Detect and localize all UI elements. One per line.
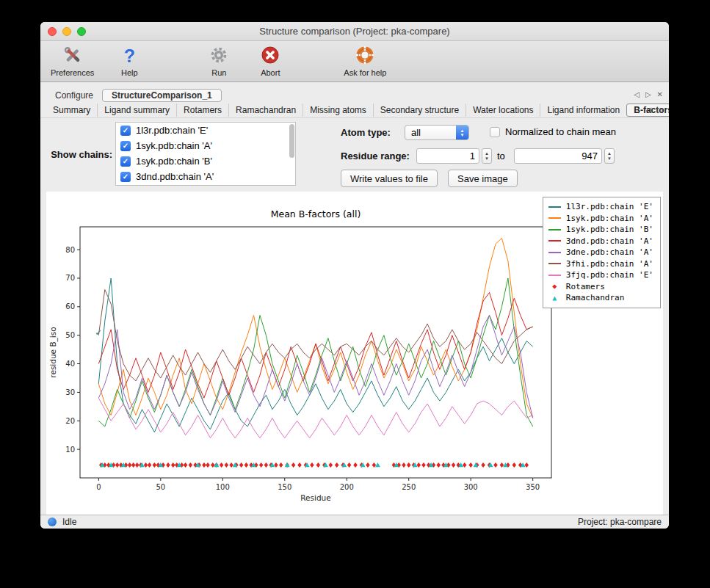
svg-text:350: 350	[526, 483, 540, 491]
chain-checkbox[interactable]: ✓	[120, 141, 131, 151]
help-icon: ?	[124, 44, 135, 68]
tab-structurecomparison-1[interactable]: StructureComparison_1	[102, 89, 222, 102]
svg-text:50: 50	[156, 483, 165, 491]
svg-text:✓: ✓	[95, 327, 102, 338]
legend-label: Ramachandran	[566, 293, 624, 302]
abort-label: Abort	[261, 68, 280, 77]
document-tab-bar: Configure StructureComparison_1 ◁ ▷ ✕	[40, 88, 669, 103]
svg-text:150: 150	[278, 483, 291, 491]
svg-text:residue B_iso: residue B_iso	[48, 327, 58, 377]
legend-line-swatch	[548, 263, 561, 264]
chevron-left-icon[interactable]: ◁	[634, 90, 640, 100]
normalized-label: Normalized to chain mean	[505, 126, 616, 137]
abort-button[interactable]: Abort	[254, 44, 286, 77]
atom-type-dropdown[interactable]: all ▲▼	[405, 125, 469, 140]
residue-to-stepper[interactable]: ▲▼	[604, 148, 615, 164]
atom-type-value: all	[405, 127, 456, 138]
legend-item: 1syk.pdb:chain 'A'	[548, 213, 653, 225]
diamond-marker-icon: ◆	[548, 283, 561, 290]
tab-secondary-structure[interactable]: Secondary structure	[373, 104, 466, 117]
zoom-window-button[interactable]	[77, 27, 86, 36]
life-ring-icon	[354, 44, 376, 68]
status-text: Idle	[62, 517, 578, 527]
abort-icon	[259, 44, 281, 68]
view-tabs-container: SummaryLigand summaryRotamersRamachandra…	[46, 104, 669, 117]
chevron-right-icon[interactable]: ▷	[645, 90, 651, 100]
preferences-button[interactable]: Preferences	[51, 44, 94, 77]
tab-water-locations[interactable]: Water locations	[466, 104, 540, 117]
legend-label: 1l3r.pdb:chain 'E'	[566, 202, 653, 211]
legend-item: 3dne.pdb:chain 'A'	[548, 247, 653, 258]
window-title: Structure comparison (Project: pka-compa…	[40, 22, 669, 41]
svg-text:Mean B-factors (all): Mean B-factors (all)	[271, 208, 361, 219]
legend-label: 1syk.pdb:chain 'A'	[566, 214, 653, 223]
to-label: to	[497, 150, 505, 161]
normalized-checkbox[interactable]	[490, 127, 500, 137]
legend-label: 1syk.pdb:chain 'B'	[566, 225, 653, 234]
svg-text:70: 70	[65, 274, 75, 282]
svg-text:0: 0	[96, 483, 101, 491]
legend-line-swatch	[548, 275, 561, 276]
svg-text:40: 40	[65, 360, 75, 368]
write-values-button[interactable]: Write values to file	[341, 170, 438, 187]
svg-text:10: 10	[65, 446, 75, 454]
residue-from-stepper[interactable]: ▲▼	[482, 148, 492, 164]
show-chains-label: Show chains:	[46, 149, 112, 160]
tab-ligand-summary[interactable]: Ligand summary	[97, 104, 176, 117]
app-window: Structure comparison (Project: pka-compa…	[40, 22, 669, 529]
legend-line-swatch	[548, 229, 561, 231]
close-window-button[interactable]	[48, 27, 57, 36]
legend-item: ◆Rotamers	[548, 281, 653, 293]
chain-label: 3dnd.pdb:chain 'A'	[136, 171, 214, 182]
svg-text:300: 300	[464, 483, 478, 491]
gear-icon	[208, 44, 230, 68]
legend-item: 3dnd.pdb:chain 'A'	[548, 236, 653, 247]
residue-from-input[interactable]	[416, 148, 479, 164]
svg-text:200: 200	[340, 483, 354, 491]
legend-label: Rotamers	[566, 282, 605, 291]
save-image-button[interactable]: Save image	[448, 170, 518, 187]
dropdown-stepper-icon: ▲▼	[456, 126, 468, 139]
normalized-checkbox-row[interactable]: Normalized to chain mean	[490, 126, 616, 137]
legend-line-swatch	[548, 240, 561, 242]
chain-checkbox[interactable]: ✓	[120, 172, 131, 182]
residue-range-label: Residue range:	[341, 150, 410, 161]
chevron-right-icon[interactable]: ▷	[657, 105, 663, 115]
run-button[interactable]: Run	[203, 44, 235, 77]
chevron-left-icon[interactable]: ◁	[646, 105, 652, 115]
status-indicator-icon	[48, 518, 57, 526]
chart-panel: 0501001502002503003501020304050607080Mea…	[46, 192, 663, 516]
list-item[interactable]: ✓1syk.pdb:chain 'B'	[116, 153, 295, 169]
chain-list-items: ✓1l3r.pdb:chain 'E'✓1syk.pdb:chain 'A'✓1…	[116, 123, 295, 184]
minimize-window-button[interactable]	[62, 27, 71, 36]
list-item[interactable]: ✓3dnd.pdb:chain 'A'	[116, 169, 295, 184]
tab-ligand-information[interactable]: Ligand information	[540, 104, 626, 117]
tab-missing-atoms[interactable]: Missing atoms	[303, 104, 373, 117]
tab-ramachandran[interactable]: Ramachandran	[228, 104, 303, 117]
list-item[interactable]: ✓1syk.pdb:chain 'A'	[116, 138, 295, 153]
chain-checkbox[interactable]: ✓	[120, 156, 131, 167]
svg-text:60: 60	[65, 302, 75, 311]
chain-label: 1syk.pdb:chain 'B'	[136, 156, 212, 167]
project-label: Project: pka-compare	[578, 517, 662, 527]
close-tab-icon[interactable]: ✕	[657, 90, 663, 100]
toolbar: Preferences ? Help Run	[40, 41, 669, 82]
legend-item: 1l3r.pdb:chain 'E'	[548, 201, 653, 213]
scrollbar-thumb[interactable]	[289, 124, 294, 158]
controls-panel: Show chains: ✓1l3r.pdb:chain 'E'✓1syk.pd…	[40, 118, 669, 192]
ask-for-help-button[interactable]: Ask for help	[344, 44, 386, 77]
triangle-marker-icon: ▲	[548, 294, 561, 302]
tab-summary[interactable]: Summary	[46, 104, 97, 117]
chain-checkbox[interactable]: ✓	[120, 126, 131, 136]
help-button[interactable]: ? Help	[113, 44, 145, 77]
chain-list[interactable]: ✓1l3r.pdb:chain 'E'✓1syk.pdb:chain 'A'✓1…	[115, 122, 296, 186]
tab-rotamers[interactable]: Rotamers	[176, 104, 228, 117]
tab-configure[interactable]: Configure	[46, 90, 102, 101]
svg-text:250: 250	[402, 483, 416, 491]
legend-label: 3fjq.pdb:chain 'E'	[566, 270, 653, 280]
list-item[interactable]: ✓1l3r.pdb:chain 'E'	[116, 123, 295, 138]
tools-icon	[62, 44, 84, 68]
chain-label: 1l3r.pdb:chain 'E'	[136, 125, 208, 136]
residue-to-input[interactable]	[514, 148, 602, 164]
help-label: Help	[121, 68, 138, 77]
